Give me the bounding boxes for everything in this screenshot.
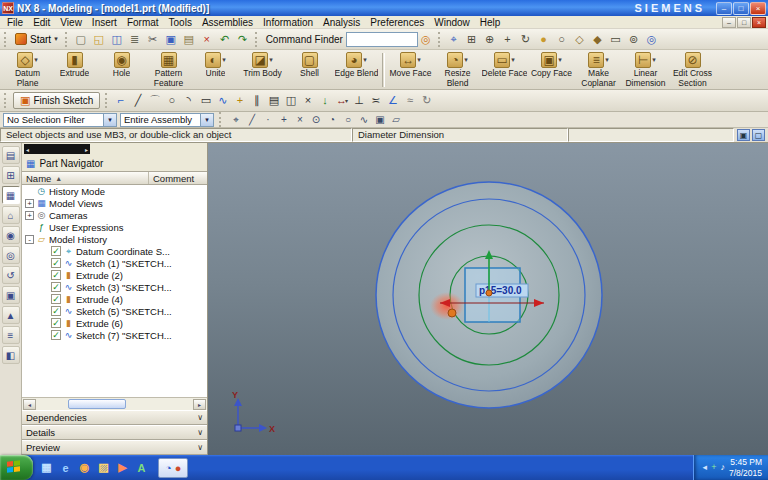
- chevron-down-icon[interactable]: ▾: [464, 56, 468, 64]
- firefox-icon[interactable]: ◉: [77, 460, 92, 475]
- cue-tip-icon[interactable]: ▣: [737, 129, 750, 141]
- selection-filter-dropdown[interactable]: No Selection Filter ▾: [3, 113, 117, 127]
- column-header-name[interactable]: Name ▲: [22, 172, 149, 184]
- shell-button[interactable]: ▢ ▾ Shell: [286, 51, 333, 88]
- nx-app-icon[interactable]: NX: [2, 2, 14, 14]
- display-sketch-constraints-button[interactable]: ∠ ▾: [384, 92, 401, 109]
- nx-session-icon[interactable]: ◔: [165, 462, 172, 474]
- window-button[interactable]: ▭: [607, 30, 625, 48]
- pan-button[interactable]: +: [499, 30, 517, 48]
- menu-item[interactable]: Preferences: [365, 16, 429, 29]
- cut-button[interactable]: ✂: [144, 30, 162, 48]
- column-header-comment[interactable]: Comment: [149, 172, 207, 184]
- tree-item[interactable]: ✓ ▮ Extrude (4): [22, 293, 207, 305]
- rotate-button[interactable]: ↻: [517, 30, 535, 48]
- part-navigator-button[interactable]: ▦: [2, 186, 20, 204]
- menu-item[interactable]: Window: [429, 16, 475, 29]
- tree-item[interactable]: ✓ ∿ Sketch (1) "SKETCH...: [22, 257, 207, 269]
- finish-sketch-button[interactable]: ▣ Finish Sketch: [13, 92, 100, 109]
- profile-button[interactable]: ⌐ ▾: [112, 92, 129, 109]
- doc-minimize-button[interactable]: –: [722, 17, 736, 28]
- green-app-icon[interactable]: A: [134, 460, 149, 475]
- show-hide-button[interactable]: ⊚: [625, 30, 643, 48]
- doc-close-button[interactable]: ×: [752, 17, 766, 28]
- tree-item[interactable]: ✓ ◷ History Mode: [22, 185, 207, 197]
- mirror-curve-button[interactable]: ◫ ▾: [282, 92, 299, 109]
- copy-face-button[interactable]: ▣ ▾ Copy Face: [528, 51, 575, 88]
- tree-expander[interactable]: +: [25, 199, 34, 208]
- fit-view-button[interactable]: ⊞: [463, 30, 481, 48]
- offset-curve-button[interactable]: ∥ ▾: [248, 92, 265, 109]
- media-player-icon[interactable]: ▶: [115, 460, 130, 475]
- menu-item[interactable]: Tools: [164, 16, 197, 29]
- move-face-button[interactable]: ↔ ▾ Move Face: [387, 51, 434, 88]
- print-button[interactable]: ≣: [126, 30, 144, 48]
- control-point-button[interactable]: +: [276, 112, 292, 127]
- auto-dimension-button[interactable]: ↻ ▾: [418, 92, 435, 109]
- quadrant-point-button[interactable]: ◔: [324, 112, 340, 127]
- selection-scope-dropdown[interactable]: Entire Assembly ▾: [120, 113, 214, 127]
- new-file-button[interactable]: ▢: [72, 30, 90, 48]
- chevron-down-icon[interactable]: ▾: [103, 114, 116, 126]
- point-on-surface-button[interactable]: ▣: [372, 112, 388, 127]
- tree-item[interactable]: - ✓ ▱ Model History: [22, 233, 207, 245]
- constraint-navigator-button[interactable]: ⊞: [2, 166, 20, 184]
- tree-item[interactable]: + ✓ ▦ Model Views: [22, 197, 207, 209]
- drag-handle[interactable]: [448, 309, 456, 317]
- toolbar-grip[interactable]: [65, 32, 69, 47]
- linear-dimension-button[interactable]: ⊢ ▾ Linear Dimension: [622, 51, 669, 88]
- history-button[interactable]: ↺: [2, 266, 20, 284]
- toolbar-grip[interactable]: [255, 32, 259, 47]
- resize-blend-button[interactable]: ◔ ▾ Resize Blend: [434, 51, 481, 88]
- existing-point-button[interactable]: ○: [340, 112, 356, 127]
- tree-expander[interactable]: -: [25, 235, 34, 244]
- menu-item[interactable]: Format: [122, 16, 164, 29]
- checkbox-checked-icon[interactable]: ✓: [51, 306, 61, 316]
- unite-button[interactable]: ◐ ▾ Unite: [192, 51, 239, 88]
- scroll-right-icon[interactable]: ▸: [193, 399, 206, 410]
- menu-item[interactable]: Analysis: [318, 16, 365, 29]
- folder-icon[interactable]: ▨: [96, 460, 111, 475]
- chevron-down-icon[interactable]: ▾: [269, 56, 273, 64]
- doc-restore-button[interactable]: □: [737, 17, 751, 28]
- undo-button[interactable]: ↶: [216, 30, 234, 48]
- assembly-navigator-button[interactable]: ▤: [2, 146, 20, 164]
- panel-arrow-right-icon[interactable]: ▸: [85, 146, 88, 153]
- open-button[interactable]: ◱: [90, 30, 108, 48]
- extrude-button[interactable]: ▮ ▾ Extrude: [51, 51, 98, 88]
- tree-item[interactable]: ✓ ∿ Sketch (5) "SKETCH...: [22, 305, 207, 317]
- toolbar-grip[interactable]: [105, 93, 109, 108]
- menu-item[interactable]: File: [2, 16, 28, 29]
- trim-body-button[interactable]: ◪ ▾ Trim Body: [239, 51, 286, 88]
- save-button[interactable]: ◫: [108, 30, 126, 48]
- bounded-plane-button[interactable]: ▱: [388, 112, 404, 127]
- geometric-constraints-button[interactable]: ⊥ ▾: [350, 92, 367, 109]
- taskbar-clock[interactable]: 5:45 PM 7/8/2015: [729, 457, 762, 478]
- toolbar-grip[interactable]: [4, 93, 8, 108]
- find-icon[interactable]: ◎: [421, 33, 431, 46]
- minimize-button[interactable]: –: [716, 2, 732, 15]
- chevron-down-icon[interactable]: ▾: [558, 56, 562, 64]
- horizontal-scrollbar[interactable]: ◂ ▸: [22, 397, 207, 410]
- shaded-view-button[interactable]: ●: [535, 30, 553, 48]
- volume-icon[interactable]: ♪: [720, 463, 725, 472]
- hole-button[interactable]: ◉ ▾ Hole: [98, 51, 145, 88]
- sketch-origin-point[interactable]: [486, 290, 492, 296]
- toolbar-grip[interactable]: [438, 32, 442, 47]
- panel-arrow-left-icon[interactable]: ◂: [26, 146, 29, 153]
- arc-center-button[interactable]: ⊙: [308, 112, 324, 127]
- chevron-down-icon[interactable]: ▾: [605, 56, 609, 64]
- tree-expander[interactable]: +: [25, 211, 34, 220]
- menu-item[interactable]: Help: [475, 16, 506, 29]
- tree-item[interactable]: ✓ ∿ Sketch (3) "SKETCH...: [22, 281, 207, 293]
- dialog-rail-icon[interactable]: ▢: [752, 129, 765, 141]
- graphics-viewport[interactable]: p15=30.0 X Y: [208, 143, 768, 455]
- tree-item[interactable]: + ✓ ◎ Cameras: [22, 209, 207, 221]
- rectangle-button[interactable]: ▭ ▾: [197, 92, 214, 109]
- checkbox-checked-icon[interactable]: ✓: [51, 318, 61, 328]
- project-curve-button[interactable]: ↓ ▾: [316, 92, 333, 109]
- toolbar-grip[interactable]: [219, 112, 223, 127]
- checkbox-checked-icon[interactable]: ✓: [51, 282, 61, 292]
- intersection-point-button[interactable]: × ▾: [299, 92, 316, 109]
- title-bar[interactable]: NX NX 8 - Modeling - [model1.prt (Modifi…: [0, 0, 768, 16]
